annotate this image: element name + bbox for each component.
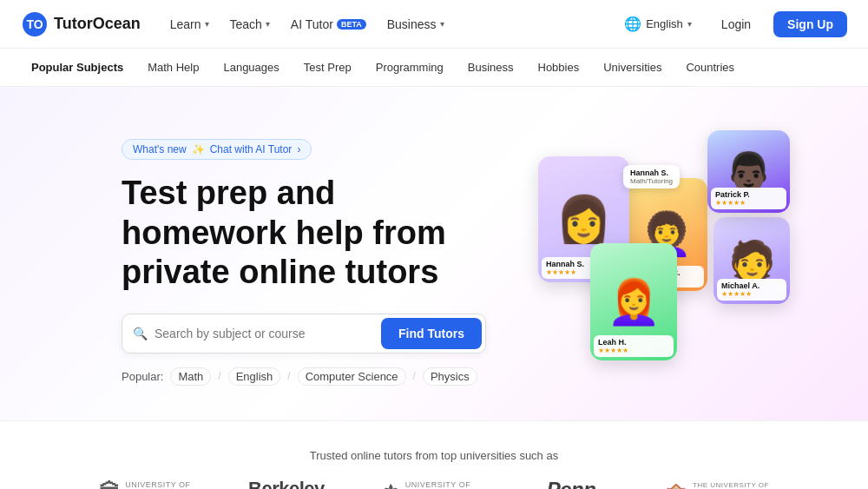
whats-new-link: Chat with AI Tutor	[210, 143, 293, 155]
subnav-hobbies[interactable]: Hobbies	[528, 56, 590, 79]
subnav-universities[interactable]: Universities	[593, 56, 672, 79]
search-input[interactable]	[148, 321, 381, 346]
float-subject: Math/Tutoring	[630, 177, 673, 185]
navbar: TO TutorOcean Learn ▾ Teach ▾ AI Tutor B…	[0, 0, 868, 49]
uni-penn: Penn UNIVERSITY OF PENNSYLVANIA	[520, 479, 621, 489]
globe-icon: 🌐	[624, 16, 641, 32]
chevron-icon: ▾	[440, 19, 444, 29]
hero-title: Test prep and homework help from private…	[122, 174, 486, 293]
uni-melbourne: 🏫 THE UNIVERSITY OF MELBOURNE	[664, 481, 770, 489]
toronto-crest-icon: 🏛	[99, 480, 121, 489]
svg-text:TO: TO	[26, 17, 43, 31]
subnav-business[interactable]: Business	[457, 56, 524, 79]
popular-row: Popular: Math / English / Computer Scien…	[122, 367, 538, 386]
uni-cambridge: ⚜ UNIVERSITY OF CAMBRIDGE	[382, 480, 478, 489]
uni-berkeley: Berkeley UNIVERSITY OF CALIFORNIA	[233, 479, 341, 489]
subnav-languages[interactable]: Languages	[213, 56, 289, 79]
popular-tag-physics[interactable]: Physics	[423, 367, 477, 386]
tutor-card-3: 🧑 Michael A. ★★★★★	[713, 217, 790, 304]
subnav-popular-subjects[interactable]: Popular Subjects	[21, 56, 134, 79]
nav-learn[interactable]: Learn ▾	[161, 12, 218, 36]
language-selector[interactable]: 🌐 English ▾	[617, 10, 699, 37]
tutor-stars: ★★★★★	[721, 290, 782, 298]
hero-section: What's new ✨ Chat with AI Tutor › Test p…	[0, 87, 868, 420]
tutor-card-2: 👨🏿 Patrick P. ★★★★★	[707, 130, 790, 213]
trusted-title: Trusted online tutors from top universit…	[21, 449, 847, 462]
nav-teach[interactable]: Teach ▾	[221, 12, 279, 36]
whats-new-badge[interactable]: What's new ✨ Chat with AI Tutor ›	[122, 139, 312, 160]
tutor-card-2-label: Patrick P. ★★★★★	[711, 188, 786, 209]
tutor-card-3-label: Michael A. ★★★★★	[717, 279, 786, 301]
float-name: Hannah S.	[630, 169, 673, 177]
nav-right: 🌐 English ▾ Login Sign Up	[617, 10, 847, 37]
floating-label-1: Hannah S. Math/Tutoring	[623, 165, 680, 188]
penn-name: Penn	[520, 479, 621, 489]
popular-tag-math[interactable]: Math	[170, 367, 211, 386]
melbourne-label: THE UNIVERSITY OF	[693, 481, 769, 489]
subnav-math-help[interactable]: Math Help	[137, 56, 209, 79]
nav-links: Learn ▾ Teach ▾ AI Tutor Beta Business ▾	[161, 12, 453, 36]
popular-tag-english[interactable]: English	[228, 367, 281, 386]
arrow-icon: ›	[297, 143, 300, 155]
hero-content: What's new ✨ Chat with AI Tutor › Test p…	[122, 130, 538, 386]
tutor-stars: ★★★★★	[598, 347, 669, 354]
login-button[interactable]: Login	[709, 11, 763, 37]
tutor-card-5: 👩‍🦰 Leah H. ★★★★★	[590, 243, 677, 360]
nav-business[interactable]: Business ▾	[378, 12, 453, 36]
tutor-card-5-label: Leah H. ★★★★★	[594, 335, 674, 357]
ai-badge: Beta	[337, 19, 366, 30]
subnav: Popular Subjects Math Help Languages Tes…	[0, 49, 868, 87]
nav-ai-tutor[interactable]: AI Tutor Beta	[282, 12, 375, 36]
popular-label: Popular:	[122, 370, 163, 383]
divider: /	[413, 370, 416, 382]
trusted-section: Trusted online tutors from top universit…	[0, 420, 868, 489]
toronto-label: UNIVERSITY OF	[125, 480, 190, 489]
chevron-icon: ▾	[205, 19, 209, 29]
chevron-icon: ▾	[266, 19, 270, 29]
divider: /	[287, 370, 290, 382]
search-bar: 🔍 Find Tutors	[122, 314, 486, 354]
logo-text: TutorOcean	[54, 15, 141, 33]
sparkle-icon: ✨	[192, 143, 205, 155]
uni-toronto: 🏛 UNIVERSITY OF TORONTO	[99, 480, 191, 489]
tutor-name: Patrick P.	[715, 190, 782, 199]
logo-icon: TO	[21, 10, 49, 38]
chevron-icon: ▾	[687, 19, 692, 29]
university-logos: 🏛 UNIVERSITY OF TORONTO Berkeley UNIVERS…	[21, 479, 847, 489]
lang-label: English	[646, 17, 683, 30]
berkeley-name: Berkeley	[233, 479, 341, 489]
find-tutors-button[interactable]: Find Tutors	[381, 318, 482, 349]
divider: /	[218, 370, 220, 382]
tutor-photos: 👩 Hannah S. ★★★★★ 👩‍🦱 Stephanie C. ★★★★★…	[538, 130, 816, 373]
tutor-name: Leah H.	[598, 338, 669, 347]
search-icon: 🔍	[133, 327, 148, 340]
popular-tag-cs[interactable]: Computer Science	[298, 367, 406, 386]
logo[interactable]: TO TutorOcean	[21, 10, 141, 38]
tutor-name: Michael A.	[721, 281, 782, 290]
cambridge-label: UNIVERSITY OF	[405, 480, 479, 489]
signup-button[interactable]: Sign Up	[773, 11, 847, 37]
melbourne-crest-icon: 🏫	[664, 481, 688, 489]
cambridge-crest-icon: ⚜	[382, 481, 400, 489]
whats-new-text: What's new	[133, 143, 187, 155]
tutor-stars: ★★★★★	[715, 199, 782, 207]
subnav-test-prep[interactable]: Test Prep	[293, 56, 362, 79]
nav-left: TO TutorOcean Learn ▾ Teach ▾ AI Tutor B…	[21, 10, 453, 38]
subnav-countries[interactable]: Countries	[675, 56, 745, 79]
subnav-programming[interactable]: Programming	[365, 56, 454, 79]
